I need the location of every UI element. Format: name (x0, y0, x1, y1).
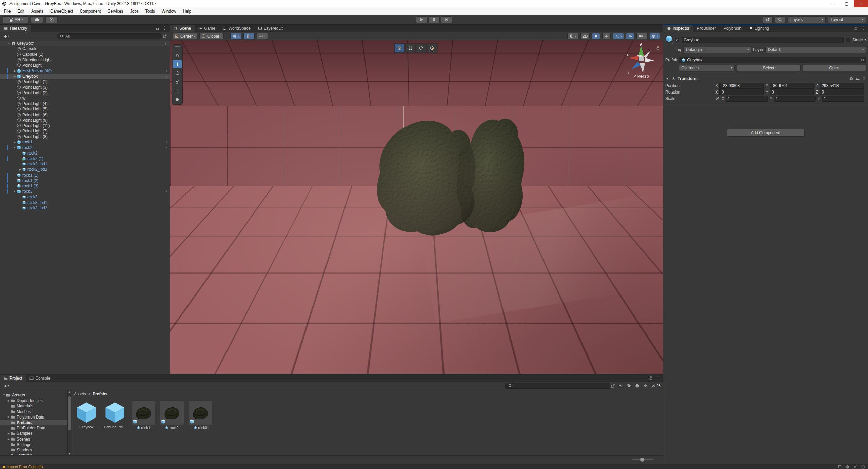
hierarchy-item-point-light-6-[interactable]: Point Light (6) (0, 112, 170, 117)
kebab-menu-icon[interactable]: ⋮ (163, 26, 167, 30)
create-asset-button[interactable]: +▾ (2, 383, 11, 389)
pause-button[interactable] (428, 16, 440, 23)
scale-tool-button[interactable] (173, 78, 182, 86)
services-button[interactable] (45, 16, 58, 23)
static-checkbox[interactable] (846, 38, 850, 42)
hierarchy-item-point-light-2-[interactable]: Point Light (2) (0, 90, 170, 96)
tab-polybrush[interactable]: Polybrush (719, 25, 745, 32)
rotate-tool-button[interactable] (173, 69, 182, 77)
expand-arrow-icon[interactable]: ▶ (7, 399, 11, 402)
increment-snap-toggle[interactable]: ▾ (243, 33, 255, 39)
expand-arrow-icon[interactable]: ▶ (7, 415, 11, 419)
status-warning[interactable]: Import Error Code:(4) (0, 465, 43, 469)
object-mode-button[interactable] (395, 44, 404, 52)
expand-arrow-icon[interactable]: ▶ (13, 69, 17, 73)
tool-handle-rotation-dropdown[interactable]: Global▾ (199, 33, 224, 39)
tab-inspector[interactable]: Inspector (663, 25, 693, 32)
layer-dropdown[interactable]: Default▾ (765, 47, 866, 53)
tab-scene[interactable]: Scene (170, 25, 195, 32)
alert-filter-icon[interactable] (635, 384, 639, 388)
folder-scenes[interactable]: ▶Scenes (0, 436, 67, 442)
hierarchy-item-rock1-3-[interactable]: rock1 (3) (0, 183, 170, 189)
tab-game[interactable]: Game (195, 25, 219, 32)
expand-arrow-icon[interactable]: ▼ (13, 190, 17, 193)
hierarchy-item-w[interactable]: w (0, 96, 170, 101)
2d-toggle[interactable]: 2D (580, 33, 590, 39)
open-prefab-chevron-icon[interactable]: › (166, 68, 167, 73)
layers-dropdown[interactable]: Layers▾ (788, 16, 826, 23)
hierarchy-item-rock2-lod1[interactable]: rock2_lod1 (0, 161, 170, 167)
search-by-type-icon[interactable] (619, 384, 623, 388)
cloud-button[interactable] (31, 16, 43, 23)
rotation-z-field[interactable]: 0 (820, 89, 864, 95)
hierarchy-item-rock2-lod2[interactable]: ▶rock2_lod2 (0, 167, 170, 172)
close-button[interactable]: × (854, 0, 868, 7)
maximize-button[interactable]: ▢ (840, 0, 854, 7)
position-x-field[interactable]: -23.03808 (719, 83, 764, 89)
view-tool-button[interactable] (173, 51, 182, 59)
scene-header-row[interactable]: ▼GreyBox*⋮ (0, 41, 170, 46)
static-dropdown-caret[interactable]: ▾ (865, 39, 866, 41)
ruler-tool-button[interactable]: ▾ (257, 33, 268, 39)
scale-x-field[interactable]: 1 (726, 96, 768, 102)
prefab-open-button[interactable]: Open (803, 65, 866, 71)
asset-rock1[interactable]: rock1 (130, 401, 157, 430)
rotation-y-field[interactable]: 0 (770, 89, 814, 95)
lock-icon[interactable] (649, 376, 653, 380)
position-y-field[interactable]: -80.9701 (770, 83, 814, 89)
account-button[interactable]: AH ▾ (3, 16, 28, 23)
breadcrumb-prefabs[interactable]: Prefabs (93, 392, 107, 396)
folder-settings[interactable]: Settings (0, 442, 67, 447)
asset-greybox[interactable]: Greybox (73, 401, 100, 430)
folder-prefabs[interactable]: Prefabs (0, 420, 67, 425)
hierarchy-item-point-light-3-[interactable]: Point Light (3) (0, 85, 170, 90)
tab-lighting[interactable]: Lighting (745, 25, 773, 32)
overrides-dropdown[interactable]: Overrides▾ (679, 65, 735, 71)
step-button[interactable] (441, 16, 452, 23)
hierarchy-item-point-light-7-[interactable]: Point Light (7) (0, 128, 170, 134)
asset-rock2[interactable]: rock2 (159, 401, 185, 430)
folder-shaders[interactable]: Shaders (0, 447, 67, 453)
scene-viewport[interactable]: y x z < Persp (170, 40, 663, 374)
expand-arrow-icon[interactable]: ▼ (13, 146, 17, 149)
breadcrumb-assets[interactable]: Assets (74, 392, 86, 396)
rotation-x-field[interactable]: 0 (719, 89, 764, 95)
tag-dropdown[interactable]: Untagged▾ (683, 47, 751, 53)
hierarchy-item-rock2-1-[interactable]: rock2 (1) (0, 156, 170, 161)
hierarchy-item-rock3[interactable]: ▼rock3› (0, 189, 170, 194)
hierarchy-item-point-light-9-[interactable]: Point Light (9) (0, 118, 170, 123)
open-prefab-chevron-icon[interactable]: › (166, 74, 167, 78)
expand-arrow-icon[interactable]: ▶ (7, 432, 11, 435)
menu-component[interactable]: Component (76, 7, 104, 15)
prefab-object-field[interactable]: Greybox ⊙ (679, 57, 866, 63)
hierarchy-item-point-light-11-[interactable]: Point Light (11) (0, 123, 170, 128)
tool-handle-pivot-dropdown[interactable]: Center▾ (173, 33, 197, 39)
object-picker-icon[interactable]: ⊙ (861, 58, 864, 62)
open-in-window-icon[interactable] (163, 34, 167, 38)
hierarchy-item-rock3[interactable]: rock3 (0, 194, 170, 200)
menu-file[interactable]: File (1, 7, 14, 15)
transform-component-header[interactable]: ▼ Transform ? ⋮ (663, 75, 868, 82)
active-checkbox[interactable]: ✓ (675, 38, 679, 42)
open-in-window-icon[interactable] (611, 384, 615, 388)
folder-dependencies[interactable]: ▶Dependencies (0, 398, 67, 403)
undo-history-button[interactable]: ↺ (763, 16, 773, 23)
tab-project[interactable]: Project (0, 375, 26, 382)
position-z-field[interactable]: 298.5418 (820, 83, 864, 89)
menu-services[interactable]: Services (104, 7, 126, 15)
tab-probuilder[interactable]: ProBuilder (693, 25, 719, 32)
gizmo-lock-icon[interactable] (656, 46, 660, 50)
vertex-mode-button[interactable] (406, 44, 415, 52)
hierarchy-search-input[interactable]: All (57, 33, 162, 39)
folder-probuilder-data[interactable]: ProBuilder Data (0, 425, 67, 431)
hierarchy-item-capsule[interactable]: Capsule (0, 46, 170, 52)
audio-toggle[interactable] (602, 33, 611, 39)
hierarchy-item-rock1[interactable]: ▶rock1› (0, 139, 170, 145)
folder-meshes[interactable]: Meshes (0, 409, 67, 414)
cache-disabled-icon[interactable] (845, 465, 850, 469)
menu-jobs[interactable]: Jobs (126, 7, 142, 15)
search-by-label-icon[interactable] (627, 384, 631, 388)
effects-dropdown[interactable]: ▾ (613, 33, 624, 39)
orientation-gizmo[interactable]: y x z < Persp (624, 42, 658, 79)
open-prefab-chevron-icon[interactable]: › (166, 189, 167, 193)
